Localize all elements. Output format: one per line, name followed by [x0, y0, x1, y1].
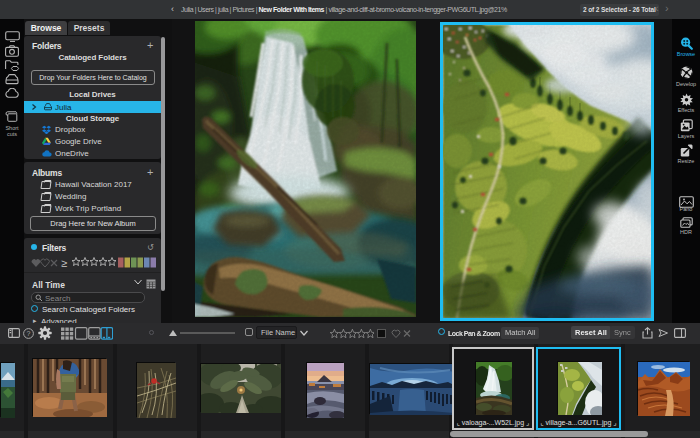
svg-text:≥: ≥ [61, 257, 67, 269]
svg-text:?: ? [26, 330, 30, 337]
